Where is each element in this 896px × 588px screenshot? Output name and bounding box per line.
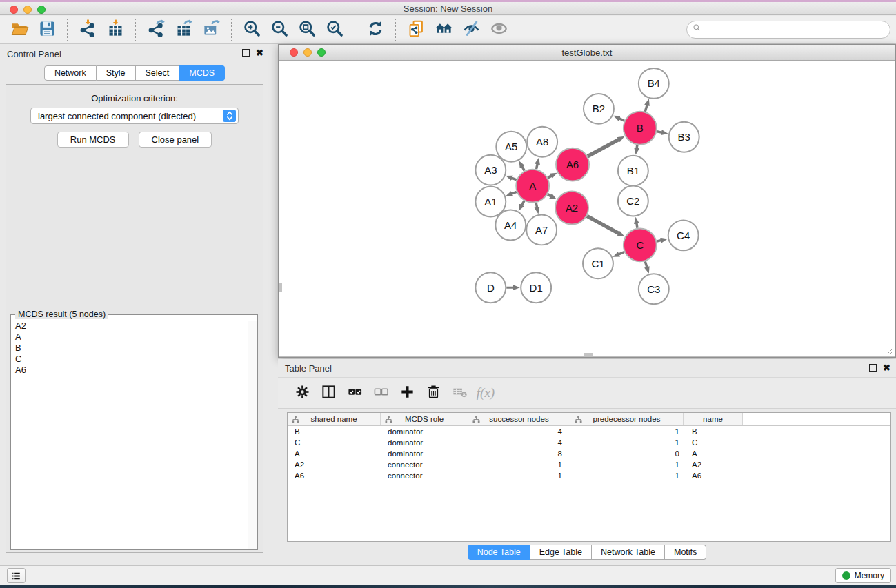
- tab-network[interactable]: Network: [44, 65, 97, 81]
- table-row[interactable]: A6connector11A6: [288, 470, 890, 481]
- zoom-selected-button[interactable]: [321, 17, 348, 42]
- edge-C-C4[interactable]: [657, 240, 661, 241]
- edge-A2-C[interactable]: [587, 216, 619, 234]
- node-A6[interactable]: A6: [556, 148, 589, 181]
- import-network-button[interactable]: [74, 17, 101, 42]
- zoom-window-button[interactable]: [37, 6, 46, 14]
- zoom-out-button[interactable]: [266, 17, 293, 42]
- float-panel-button[interactable]: [242, 49, 250, 57]
- tab-style[interactable]: Style: [97, 65, 136, 81]
- node-C[interactable]: C: [624, 228, 657, 261]
- edge-A-A2[interactable]: [548, 194, 552, 196]
- tab-edge-table[interactable]: Edge Table: [530, 545, 592, 560]
- node-B1[interactable]: B1: [618, 156, 648, 186]
- node-C4[interactable]: C4: [668, 220, 699, 250]
- save-session-button[interactable]: [33, 17, 61, 42]
- column-header-predecessor-nodes[interactable]: predecessor nodes: [570, 413, 684, 425]
- deselect-all-button[interactable]: [369, 381, 392, 405]
- result-item[interactable]: A2: [12, 321, 248, 332]
- edge-A-A7[interactable]: [536, 203, 537, 208]
- first-neighbors-button[interactable]: [430, 17, 457, 42]
- node-C3[interactable]: C3: [639, 274, 669, 304]
- float-table-panel-button[interactable]: [869, 364, 877, 372]
- node-A2[interactable]: A2: [555, 192, 588, 225]
- edge-A6-B[interactable]: [588, 139, 619, 156]
- node-C2[interactable]: C2: [618, 186, 648, 216]
- network-minimize-button[interactable]: [303, 48, 312, 57]
- node-B2[interactable]: B2: [584, 94, 614, 124]
- edge-B-B2[interactable]: [619, 118, 624, 121]
- criterion-select[interactable]: largest connected component (directed): [30, 108, 239, 124]
- close-table-panel-icon[interactable]: ✖: [883, 364, 890, 372]
- edge-A-A1[interactable]: [511, 192, 517, 194]
- search-field[interactable]: [686, 21, 890, 39]
- column-header-successor-nodes[interactable]: successor nodes: [468, 413, 570, 425]
- tab-mcds[interactable]: MCDS: [179, 65, 225, 81]
- result-item[interactable]: C: [12, 354, 248, 365]
- tab-network-table[interactable]: Network Table: [592, 545, 665, 560]
- table-row[interactable]: Adominator80A: [288, 448, 890, 459]
- edge-C-C2[interactable]: [637, 223, 637, 228]
- horizontal-scroll-thumb[interactable]: [584, 353, 593, 356]
- edge-C-C1[interactable]: [618, 252, 624, 254]
- node-A8[interactable]: A8: [527, 127, 557, 157]
- run-mcds-button[interactable]: Run MCDS: [57, 132, 129, 148]
- result-item[interactable]: A: [12, 332, 248, 343]
- add-column-button[interactable]: [395, 381, 419, 405]
- delete-column-button[interactable]: [421, 381, 445, 405]
- result-scrollbar[interactable]: [248, 321, 257, 549]
- edge-A-A5[interactable]: [522, 166, 525, 171]
- node-A1[interactable]: A1: [475, 187, 506, 217]
- mcds-result-list[interactable]: A2ABCA6: [12, 321, 248, 549]
- resize-grip[interactable]: [885, 347, 893, 355]
- toggle-panes-button[interactable]: [317, 381, 340, 405]
- edge-A-A4[interactable]: [521, 201, 524, 205]
- show-all-button[interactable]: [485, 17, 512, 42]
- zoom-in-button[interactable]: [238, 17, 266, 42]
- edge-C-C3[interactable]: [645, 261, 647, 268]
- edge-A-A6[interactable]: [548, 176, 552, 178]
- network-zoom-button[interactable]: [317, 48, 326, 57]
- hide-selected-button[interactable]: [457, 17, 485, 42]
- node-D[interactable]: D: [475, 272, 506, 303]
- search-input[interactable]: [705, 23, 890, 37]
- node-D1[interactable]: D1: [521, 272, 551, 303]
- result-item[interactable]: B: [12, 343, 248, 354]
- table-settings-button[interactable]: [290, 381, 314, 405]
- close-window-button[interactable]: [10, 6, 18, 14]
- refresh-layout-button[interactable]: [361, 17, 389, 42]
- open-session-button[interactable]: [6, 17, 33, 42]
- node-B4[interactable]: B4: [639, 68, 669, 99]
- node-A7[interactable]: A7: [526, 214, 557, 245]
- minimize-window-button[interactable]: [23, 6, 32, 14]
- network-graph[interactable]: AA2A6BCA1A3A4A5A7A8B1B2B3B4C1C2C3C4DD1: [279, 61, 895, 356]
- node-A5[interactable]: A5: [496, 132, 526, 162]
- tab-motifs[interactable]: Motifs: [665, 545, 706, 560]
- import-table-button[interactable]: [101, 17, 129, 42]
- tab-node-table[interactable]: Node Table: [468, 545, 530, 560]
- export-table-button[interactable]: [170, 17, 197, 42]
- node-C1[interactable]: C1: [583, 248, 613, 278]
- column-header-MCDS-role[interactable]: MCDS role: [381, 413, 468, 425]
- network-canvas[interactable]: AA2A6BCA1A3A4A5A7A8B1B2B3B4C1C2C3C4DD1: [279, 61, 895, 357]
- network-from-selection-button[interactable]: [402, 17, 430, 42]
- edge-B-B1[interactable]: [637, 145, 637, 149]
- tab-select[interactable]: Select: [136, 65, 180, 81]
- select-all-button[interactable]: [343, 381, 366, 405]
- export-network-button[interactable]: [142, 17, 170, 42]
- edge-B-B4[interactable]: [645, 104, 647, 111]
- edge-A-A8[interactable]: [537, 163, 538, 169]
- node-A3[interactable]: A3: [475, 155, 506, 185]
- network-close-button[interactable]: [290, 48, 298, 57]
- column-header-shared-name[interactable]: shared name: [288, 413, 381, 425]
- node-B[interactable]: B: [624, 112, 657, 145]
- export-image-button[interactable]: [197, 17, 225, 42]
- node-A4[interactable]: A4: [495, 210, 526, 240]
- table-row[interactable]: Cdominator41C: [288, 437, 890, 448]
- vertical-scroll-thumb[interactable]: [279, 283, 282, 292]
- node-B3[interactable]: B3: [669, 122, 699, 152]
- node-A[interactable]: A: [516, 170, 549, 203]
- edge-B-B3[interactable]: [657, 132, 662, 133]
- result-item[interactable]: A6: [12, 365, 248, 376]
- table-row[interactable]: A2connector11A2: [288, 459, 890, 470]
